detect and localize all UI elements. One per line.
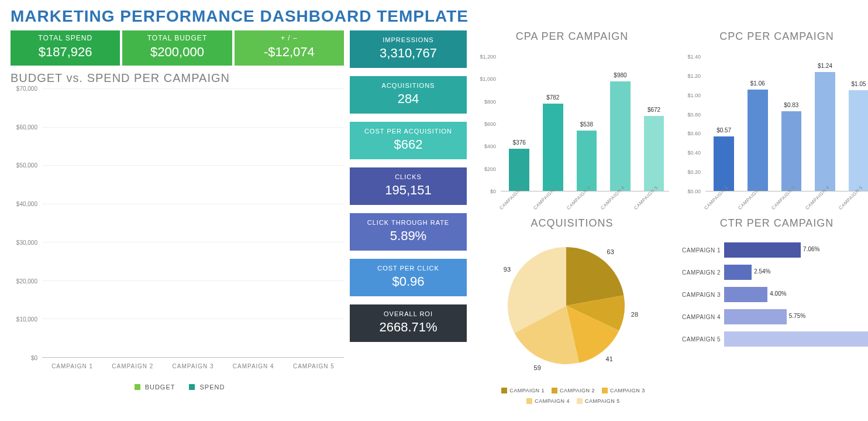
bar: $1.24	[815, 72, 835, 191]
ctr-chart: CAMPAIGN 1 7.06% CAMPAIGN 2 2.54% CAMPAI…	[677, 232, 868, 347]
metric-value: 5.89%	[352, 228, 464, 244]
hbar	[724, 309, 787, 324]
metric-label: OVERALL ROI	[352, 310, 464, 317]
bar: $0.83	[781, 111, 802, 191]
metric-value: 284	[352, 91, 464, 107]
bar: $1.06	[748, 90, 768, 191]
metric-value: 3,310,767	[352, 46, 464, 61]
kpi-value: $187,926	[13, 45, 118, 60]
hbar	[724, 331, 868, 347]
svg-text:41: 41	[606, 355, 613, 362]
bar: $782	[543, 104, 563, 191]
metric-label: ACQUISITIONS	[352, 82, 464, 89]
hbar	[724, 287, 767, 302]
metric-cards-column: IMPRESSIONS3,310,767ACQUISITIONS284COST …	[350, 30, 467, 406]
metric-card-6: OVERALL ROI2668.71%	[350, 304, 467, 342]
metric-card-1: ACQUISITIONS284	[350, 76, 467, 114]
acquisitions-pie-chart: 6328415993	[473, 235, 671, 382]
kpi-0: TOTAL SPEND$187,926	[11, 30, 120, 66]
ctr-row: CAMPAIGN 1 7.06%	[677, 242, 868, 258]
metric-value: 195,151	[352, 183, 464, 198]
svg-text:59: 59	[534, 364, 541, 371]
kpi-label: TOTAL BUDGET	[125, 34, 229, 42]
metric-card-0: IMPRESSIONS3,310,767	[350, 30, 467, 68]
svg-text:28: 28	[631, 311, 638, 318]
metric-label: IMPRESSIONS	[352, 36, 464, 43]
metric-label: CLICKS	[352, 173, 464, 180]
budget-spend-chart: $0$10,000$20,000$30,000$40,000$50,000$60…	[11, 88, 344, 381]
pie-slice	[566, 247, 624, 306]
kpi-2: + / –-$12,074	[235, 30, 344, 66]
metric-card-2: COST PER ACQUISITION$662	[350, 122, 467, 159]
cpc-chart-title: CPC PER CAMPAIGN	[677, 30, 868, 43]
cpa-chart-title: CPA PER CAMPAIGN	[473, 30, 671, 43]
metric-card-4: CLICK THROUGH RATE5.89%	[350, 213, 467, 251]
metric-card-3: CLICKS195,151	[350, 167, 467, 205]
kpi-value: $200,000	[125, 45, 229, 60]
bar: $376	[509, 149, 529, 191]
cpc-chart: $0.00$0.20$0.40$0.60$0.80$1.00$1.20$1.40…	[677, 45, 868, 215]
ctr-row: CAMPAIGN 4 5.75%	[677, 309, 868, 324]
metric-label: COST PER CLICK	[352, 265, 464, 272]
ctr-row: CAMPAIGN 2 2.54%	[677, 265, 868, 280]
bar: $538	[577, 131, 597, 191]
kpi-1: TOTAL BUDGET$200,000	[122, 30, 232, 66]
cpa-chart: $0$200$400$600$800$1,000$1,200$376$782$5…	[473, 45, 671, 215]
kpi-label: + / –	[237, 34, 342, 42]
acquisitions-pie-legend: CAMPAIGN 1CAMPAIGN 2CAMPAIGN 3CAMPAIGN 4…	[473, 385, 671, 406]
metric-value: $0.96	[352, 274, 464, 289]
metric-value: 2668.71%	[352, 320, 464, 335]
bar: $672	[644, 116, 664, 191]
metric-card-5: COST PER CLICK$0.96	[350, 259, 467, 296]
metric-label: CLICK THROUGH RATE	[352, 219, 464, 226]
svg-text:93: 93	[504, 266, 511, 273]
hbar	[724, 265, 752, 280]
budget-spend-title: BUDGET vs. SPEND PER CAMPAIGN	[11, 71, 344, 85]
acquisitions-pie-title: ACQUISITIONS	[473, 217, 671, 230]
ctr-chart-title: CTR PER CAMPAIGN	[677, 217, 868, 230]
bar: $1.05	[849, 90, 868, 191]
svg-text:63: 63	[607, 248, 614, 255]
page-title: MARKETING PERFORMANCE DASHBOARD TEMPLATE	[11, 7, 857, 26]
bar: $980	[610, 81, 631, 191]
metric-value: $662	[352, 137, 464, 152]
kpi-label: TOTAL SPEND	[13, 34, 118, 42]
kpi-row: TOTAL SPEND$187,926TOTAL BUDGET$200,000+…	[11, 30, 344, 66]
hbar	[724, 242, 801, 258]
bar: $0.57	[714, 136, 734, 191]
ctr-row: CAMPAIGN 3 4.00%	[677, 287, 868, 302]
ctr-row: CAMPAIGN 5 13.82%	[677, 331, 868, 347]
metric-label: COST PER ACQUISITION	[352, 128, 464, 135]
budget-spend-legend: BUDGETSPEND	[11, 384, 344, 391]
kpi-value: -$12,074	[237, 45, 342, 60]
